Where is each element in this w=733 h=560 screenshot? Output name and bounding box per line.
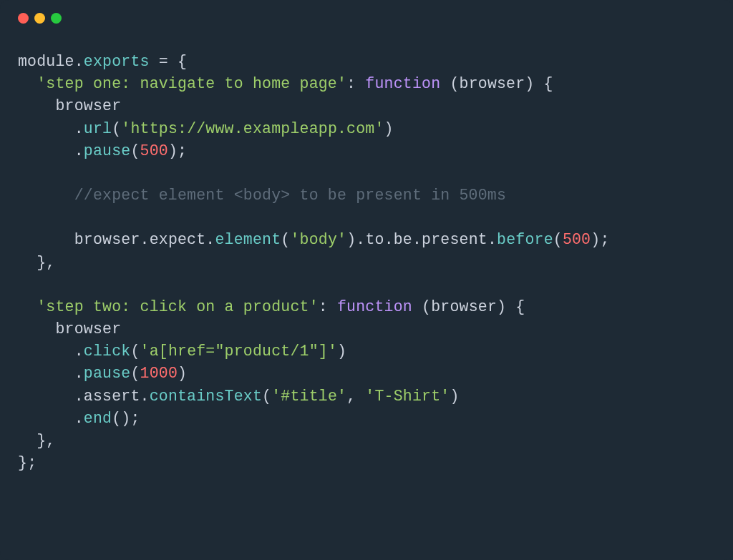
token-indent (18, 231, 74, 248)
token-lbrace: { (515, 298, 525, 315)
token-comma-sp: , (346, 388, 365, 405)
token-url: url (84, 120, 112, 137)
token-indent (18, 97, 55, 114)
token-comma: , (46, 254, 55, 271)
token-element: element (215, 231, 281, 248)
token-dot: . (356, 231, 365, 248)
token-browser-param: (browser) (422, 298, 506, 315)
token-module: module (18, 53, 74, 70)
token-pause: pause (84, 365, 131, 382)
token-title-arg: '#title' (271, 388, 346, 405)
maximize-icon[interactable] (51, 13, 62, 24)
token-before: before (497, 231, 553, 248)
token-dot: . (74, 142, 84, 159)
token-browser: browser (55, 97, 121, 114)
token-sp (356, 75, 365, 92)
code-block: module.exports = { 'step one: navigate t… (0, 31, 733, 488)
token-body-arg: 'body' (290, 231, 346, 248)
token-comment1: //expect element <body> to be present in… (74, 187, 506, 204)
token-dot: . (412, 231, 422, 248)
token-indent (18, 432, 37, 449)
token-dot: . (74, 388, 84, 405)
token-present: present (422, 231, 487, 248)
token-indent (18, 410, 74, 427)
token-lparen: ( (112, 410, 121, 427)
token-rparen: ) (178, 365, 187, 382)
token-sp (150, 53, 159, 70)
token-rparen: ) (384, 120, 394, 137)
token-1000: 1000 (140, 365, 178, 382)
token-dot: . (205, 231, 215, 248)
token-click-arg: 'a[href="product/1"]' (140, 343, 337, 360)
token-semi: ; (130, 410, 140, 427)
token-pause: pause (84, 142, 131, 159)
token-comma: , (46, 432, 55, 449)
token-rparen: ) (591, 231, 600, 248)
token-rparen: ) (450, 388, 459, 405)
token-lparen: ( (553, 231, 563, 248)
token-dot: . (487, 231, 497, 248)
token-url-arg: 'https://www.exampleapp.com' (121, 120, 384, 137)
token-indent (18, 120, 74, 137)
token-colon: : (346, 75, 356, 92)
token-indent (18, 365, 74, 382)
token-be: be (394, 231, 412, 248)
token-semi: ; (27, 454, 37, 471)
token-rbrace: } (18, 454, 27, 471)
token-indent (18, 320, 55, 338)
token-to: to (365, 231, 384, 248)
token-lparen: ( (112, 120, 121, 137)
token-indent (18, 343, 74, 360)
title-bar (0, 0, 733, 31)
token-expect: expect (150, 231, 206, 248)
token-dot: . (384, 231, 394, 248)
token-sp (506, 298, 515, 315)
token-indent (18, 298, 37, 315)
token-click: click (84, 343, 131, 360)
token-dot: . (74, 343, 84, 360)
token-dot: . (140, 231, 150, 248)
token-assert: assert (84, 388, 140, 405)
code-terminal: module.exports = { 'step one: navigate t… (0, 0, 733, 560)
token-indent (18, 142, 74, 159)
token-dot: . (74, 120, 84, 137)
token-indent (18, 388, 74, 405)
token-semi: ; (600, 231, 609, 248)
token-function: function (365, 75, 440, 92)
token-rbrace: } (37, 432, 46, 449)
token-rparen: ) (168, 142, 178, 159)
token-dot: . (74, 53, 84, 70)
token-dot: . (140, 388, 150, 405)
token-lparen: ( (130, 365, 140, 382)
token-exports: exports (84, 53, 150, 70)
token-indent (18, 254, 37, 271)
step1-key: 'step one: navigate to home page' (37, 75, 346, 92)
token-sp (412, 298, 422, 315)
token-rbrace: } (37, 254, 46, 271)
token-browser-param: (browser) (450, 75, 534, 92)
token-colon: : (319, 298, 328, 315)
token-lbrace: { (544, 75, 553, 92)
minimize-icon[interactable] (34, 13, 45, 24)
token-500b: 500 (563, 231, 591, 248)
token-lbrace: { (178, 53, 187, 70)
close-icon[interactable] (18, 13, 29, 24)
token-sp (328, 298, 337, 315)
token-browser: browser (55, 320, 121, 338)
token-tshirt-arg: 'T-Shirt' (365, 388, 450, 405)
token-end: end (84, 410, 112, 427)
token-lparen: ( (262, 388, 271, 405)
token-dot: . (74, 365, 84, 382)
token-eq: = (159, 53, 168, 70)
token-sp (534, 75, 543, 92)
token-containsText: containsText (150, 388, 262, 405)
token-lparen: ( (130, 343, 140, 360)
token-browser: browser (74, 231, 140, 248)
token-sp (440, 75, 450, 92)
token-semi: ; (178, 142, 187, 159)
token-function: function (337, 298, 412, 315)
token-rparen: ) (346, 231, 356, 248)
token-500: 500 (140, 142, 168, 159)
token-lparen: ( (281, 231, 290, 248)
token-lparen: ( (130, 142, 140, 159)
